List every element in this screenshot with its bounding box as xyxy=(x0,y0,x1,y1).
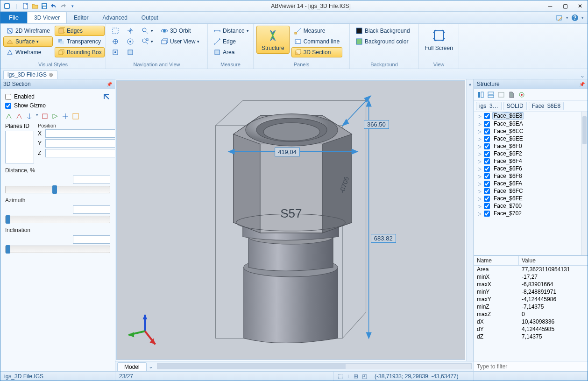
expander-icon[interactable]: ▷ xyxy=(478,144,482,149)
qat-customize-icon[interactable]: ▾ xyxy=(69,2,76,10)
tree-row[interactable]: ▷Face_$702 xyxy=(474,210,588,217)
pos-x-input[interactable] xyxy=(45,129,115,138)
open-icon[interactable] xyxy=(31,2,39,10)
plane-tool-2-icon[interactable] xyxy=(15,113,23,120)
tree-row[interactable]: ▷Face_$700 xyxy=(474,202,588,210)
tab-output[interactable]: Output xyxy=(135,12,165,23)
distance-slider[interactable] xyxy=(5,186,110,193)
tab-3d-viewer[interactable]: 3D Viewer xyxy=(27,12,67,23)
minimize-button[interactable]: ─ xyxy=(543,1,558,11)
bc-root[interactable]: igs_3… xyxy=(476,102,502,110)
btn-bounding-box[interactable]: Bounding Box xyxy=(55,47,105,57)
nav-btn-1[interactable] xyxy=(109,26,122,36)
tree-checkbox[interactable] xyxy=(484,196,490,202)
tree-row[interactable]: ▷Face_$6FA xyxy=(474,180,588,187)
file-menu[interactable]: File xyxy=(0,12,27,23)
expander-icon[interactable]: ▷ xyxy=(478,121,482,127)
tree-checkbox[interactable] xyxy=(484,188,490,194)
nav-btn-2[interactable] xyxy=(109,36,122,47)
expander-icon[interactable]: ▷ xyxy=(478,189,482,194)
bc-face[interactable]: Face_$6E8 xyxy=(529,102,564,110)
tree-checkbox[interactable] xyxy=(484,158,490,164)
model-tab-dropdown-icon[interactable]: ⌄ xyxy=(147,361,155,371)
tab-advanced[interactable]: Advanced xyxy=(95,12,134,23)
struct-tool-2-icon[interactable] xyxy=(487,91,495,99)
tree-row[interactable]: ▷Face_$6F2 xyxy=(474,150,588,157)
tree-row[interactable]: ▷Face_$6EA xyxy=(474,120,588,127)
model-tab[interactable]: Model xyxy=(117,362,147,371)
tree-row[interactable]: ▷Face_$6F0 xyxy=(474,142,588,150)
expander-icon[interactable]: ▷ xyxy=(478,129,482,134)
tree-checkbox[interactable] xyxy=(484,143,490,149)
tree-checkbox[interactable] xyxy=(484,181,490,187)
expander-icon[interactable]: ▷ xyxy=(478,174,482,179)
struct-tool-3-icon[interactable] xyxy=(497,91,505,99)
new-icon[interactable] xyxy=(22,2,29,10)
struct-tool-4-icon[interactable] xyxy=(508,91,515,99)
tree-row[interactable]: ▷Face_$6EC xyxy=(474,127,588,135)
expander-icon[interactable]: ▷ xyxy=(478,113,482,119)
expander-icon[interactable]: ▷ xyxy=(478,151,482,156)
align-section-icon[interactable] xyxy=(103,93,110,100)
tree-checkbox[interactable] xyxy=(484,211,490,217)
btn-distance[interactable]: Distance▾ xyxy=(211,26,252,36)
tree-checkbox[interactable] xyxy=(484,113,490,119)
btn-area[interactable]: Area xyxy=(211,47,252,57)
expander-icon[interactable]: ▷ xyxy=(478,181,482,186)
tree-row[interactable]: ▷Face_$6F4 xyxy=(474,157,588,165)
tree-checkbox[interactable] xyxy=(484,128,490,134)
filter-input[interactable] xyxy=(474,361,588,371)
expander-icon[interactable]: ▷ xyxy=(478,204,482,209)
expander-icon[interactable]: ▷ xyxy=(478,166,482,171)
pos-z-input[interactable] xyxy=(45,149,115,157)
close-button[interactable]: ✕ xyxy=(573,1,588,11)
tree-checkbox[interactable] xyxy=(484,136,490,142)
tree-row[interactable]: ▷Face_$6FC xyxy=(474,187,588,195)
azimuth-slider[interactable] xyxy=(5,216,110,223)
tree-row[interactable]: ▷Face_$6E8 xyxy=(474,112,588,120)
tree-row[interactable]: ▷Face_$6F8 xyxy=(474,172,588,180)
status-ico-1[interactable]: ⬚ xyxy=(338,373,343,380)
btn-user-view[interactable]: User View▾ xyxy=(158,36,202,47)
viewport-hscrollbar[interactable] xyxy=(157,363,472,369)
inclination-slider[interactable] xyxy=(5,246,110,253)
tree-checkbox[interactable] xyxy=(484,166,490,172)
tree-row[interactable]: ▷Face_$6F6 xyxy=(474,165,588,172)
status-ico-3[interactable]: ⊞ xyxy=(354,373,358,380)
btn-3d-orbit[interactable]: 3D Orbit xyxy=(158,26,202,36)
document-tab[interactable]: igs_3D File.IGS ⊗ xyxy=(3,70,57,79)
struct-tool-5-icon[interactable] xyxy=(518,91,525,99)
btn-edges[interactable]: Edges xyxy=(55,26,105,36)
btn-structure[interactable]: Structure xyxy=(256,26,290,54)
tree-checkbox[interactable] xyxy=(484,173,490,179)
undo-icon[interactable] xyxy=(50,2,57,10)
nav-btn-3[interactable] xyxy=(109,47,122,57)
btn-command-line[interactable]: Command line xyxy=(291,36,342,47)
struct-tool-1-icon[interactable] xyxy=(477,91,484,99)
plane-tool-1-icon[interactable] xyxy=(5,113,13,120)
azimuth-input[interactable] xyxy=(73,205,110,214)
btn-wireframe[interactable]: Wireframe xyxy=(3,47,53,57)
inclination-input[interactable] xyxy=(73,235,110,244)
plane-tool-7-icon[interactable] xyxy=(72,113,79,120)
btn-transparency[interactable]: Transparency xyxy=(55,36,105,47)
btn-full-screen[interactable]: Full Screen xyxy=(419,26,458,54)
enabled-checkbox[interactable] xyxy=(5,94,11,100)
plane-tool-3-icon[interactable] xyxy=(26,113,33,120)
close-doc-icon[interactable]: ⊗ xyxy=(49,71,53,78)
save-icon[interactable] xyxy=(41,2,48,10)
plane-tool-6-icon[interactable] xyxy=(62,113,69,120)
btn-panel-measure[interactable]: Measure xyxy=(291,26,342,36)
tree-row[interactable]: ▷Face_$6EE xyxy=(474,135,588,142)
expander-icon[interactable]: ▷ xyxy=(478,211,482,216)
btn-edge[interactable]: Edge xyxy=(211,36,252,47)
tree-vscrollbar[interactable] xyxy=(581,112,588,255)
expander-icon[interactable]: ▷ xyxy=(478,159,482,164)
tree-checkbox[interactable] xyxy=(484,121,490,127)
tab-editor[interactable]: Editor xyxy=(67,12,95,23)
expander-icon[interactable]: ▷ xyxy=(478,136,482,141)
expander-icon[interactable]: ▷ xyxy=(478,196,482,201)
btn-zoom-extents[interactable]: ▾ xyxy=(139,36,156,47)
btn-2d-wireframe[interactable]: 2D Wireframe xyxy=(3,26,53,36)
tree-checkbox[interactable] xyxy=(484,203,490,209)
